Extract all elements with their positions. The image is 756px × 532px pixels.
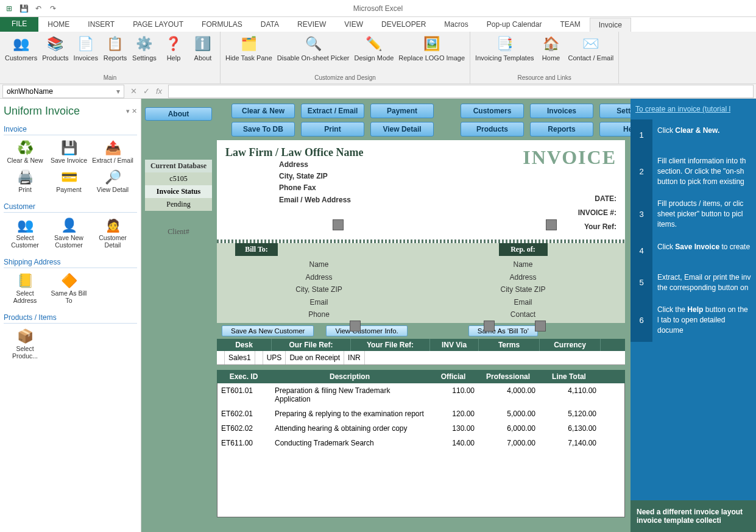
section-invoice: Invoice xyxy=(4,124,137,135)
label-invoice-status: Invoice Status xyxy=(145,185,212,198)
ribbon-replace-logo[interactable]: 🖼️Replace LOGO Image xyxy=(396,33,467,73)
task-pane: Uniform Invoice ▾ ✕ Invoice ♻️Clear & Ne… xyxy=(0,99,141,532)
ribbon-invoices[interactable]: 📄Invoices xyxy=(71,33,101,73)
sheet-reports[interactable]: Reports xyxy=(530,122,593,137)
detail-values[interactable]: Sales1 UPS Due on Receipt INR xyxy=(217,351,625,365)
tab-view[interactable]: VIEW xyxy=(335,17,372,32)
ribbon-disable-picker[interactable]: 🔍Disable On-sheet Picker xyxy=(275,33,352,73)
ribbon-home[interactable]: 🏠Home xyxy=(537,33,566,73)
rep-email[interactable]: Email xyxy=(421,296,625,308)
report-icon: 📋 xyxy=(105,34,125,54)
tab-macros[interactable]: Macros xyxy=(435,17,477,32)
bill-address[interactable]: Address xyxy=(217,271,421,283)
worksheet[interactable]: About Clear & New Save To DB Extract / E… xyxy=(141,99,756,532)
chevron-down-icon[interactable]: ▾ xyxy=(116,87,120,96)
items-body[interactable]: ET601.01Preparation & filing New Tradema… xyxy=(217,383,625,517)
tp-save-invoice[interactable]: 💾Save Invoice xyxy=(48,138,90,166)
tp-select-customer[interactable]: 👥Select Customer xyxy=(4,215,46,250)
save-icon[interactable]: 💾 xyxy=(18,3,29,14)
tab-formulas[interactable]: FORMULAS xyxy=(193,17,252,32)
rep-city[interactable]: City State ZIP xyxy=(421,283,625,296)
sheet-print[interactable]: Print xyxy=(301,122,364,137)
tp-customer-detail[interactable]: 🙍Customer Detail xyxy=(91,215,134,250)
tab-developer[interactable]: DEVELOPER xyxy=(372,17,435,32)
ribbon-reports[interactable]: 📋Reports xyxy=(101,33,130,73)
tp-save-new-customer[interactable]: 👤Save New Customer xyxy=(48,215,90,250)
sheet-save-db[interactable]: Save To DB xyxy=(231,122,295,137)
rep-address[interactable]: Address xyxy=(421,271,625,283)
ribbon-products[interactable]: 📚Products xyxy=(40,33,71,73)
step-text: Fill client information into th section.… xyxy=(652,150,756,193)
bill-name[interactable]: Name xyxy=(217,258,421,271)
detail-icon: 🔎 xyxy=(103,169,122,186)
enter-icon[interactable]: ✓ xyxy=(143,87,150,96)
value-current-db: c5105 xyxy=(145,172,212,185)
ribbon-design-mode[interactable]: ✏️Design Mode xyxy=(352,33,396,73)
tab-invoice[interactable]: Invoice xyxy=(590,18,631,32)
ribbon-help[interactable]: ❓Help xyxy=(159,33,188,73)
tab-popup-calendar[interactable]: Pop-up Calendar xyxy=(478,17,551,32)
tab-data[interactable]: DATA xyxy=(252,17,288,32)
ribbon-about[interactable]: ℹ️About xyxy=(188,33,217,73)
rep-contact[interactable]: Contact xyxy=(421,308,625,321)
title-bar: ⊞ 💾 ↶ ↷ Microsoft Excel xyxy=(0,0,756,17)
name-box[interactable]: oknWhoName▾ xyxy=(2,85,124,98)
tp-print[interactable]: 🖨️Print xyxy=(4,167,46,195)
tp-select-address[interactable]: 📒Select Address xyxy=(4,271,46,306)
tutorial-step: 2Fill client information into th section… xyxy=(631,150,756,193)
label-current-db: Current Database xyxy=(145,160,212,172)
tp-clear-new[interactable]: ♻️Clear & New xyxy=(4,138,46,166)
cancel-icon[interactable]: ✕ xyxy=(130,87,137,96)
label-invoice-num: INVOICE #: xyxy=(523,206,616,220)
sheet-about-button[interactable]: About xyxy=(145,107,212,121)
same-as-bill-button[interactable]: Same As 'Bill To' xyxy=(468,325,538,336)
sheet-invoices[interactable]: Invoices xyxy=(530,104,593,118)
rep-name[interactable]: Name xyxy=(421,258,625,271)
item-row: ET611.00Conducting Trademark Search140.0… xyxy=(217,436,624,450)
view-customer-info-button[interactable]: View Customer Info. xyxy=(326,325,407,336)
tp-payment[interactable]: 💳Payment xyxy=(48,167,90,195)
tp-same-as-bill[interactable]: 🔶Same As Bill To xyxy=(48,271,90,306)
tab-pagelayout[interactable]: PAGE LAYOUT xyxy=(124,17,193,32)
redo-icon[interactable]: ↷ xyxy=(48,3,58,14)
tp-select-product[interactable]: 📦Select Produc... xyxy=(4,326,46,361)
pin-icon[interactable]: ▾ xyxy=(126,107,130,115)
ribbon-customers[interactable]: 👥Customers xyxy=(2,33,40,73)
save-new-customer-button[interactable]: Save As New Customer xyxy=(222,325,314,336)
ribbon-settings[interactable]: ⚙️Settings xyxy=(130,33,159,73)
drag-handle[interactable] xyxy=(535,321,546,332)
drag-handle[interactable] xyxy=(484,321,495,332)
tab-file[interactable]: FILE xyxy=(0,16,38,32)
drag-handle[interactable] xyxy=(333,219,344,230)
sheet-customers[interactable]: Customers xyxy=(461,104,524,118)
tab-home[interactable]: HOME xyxy=(38,17,79,32)
tutorial-link[interactable]: To create an invoice (tutorial l xyxy=(631,99,756,119)
tp-extract-email[interactable]: 📤Extract / Email xyxy=(91,138,134,166)
bill-phone[interactable]: Phone xyxy=(217,308,421,321)
undo-icon[interactable]: ↶ xyxy=(33,3,44,14)
gear-icon: ⚙️ xyxy=(135,34,154,54)
template-icon: 📑 xyxy=(495,34,514,54)
tutorial-step: 6Click the Help button on the l tab to o… xyxy=(631,299,756,341)
tp-view-detail[interactable]: 🔎View Detail xyxy=(91,167,134,195)
ribbon-contact[interactable]: ✉️Contact / Email xyxy=(566,33,616,73)
bill-city[interactable]: City, State ZIP xyxy=(217,283,421,296)
tab-review[interactable]: REVIEW xyxy=(288,17,335,32)
sheet-extract-email[interactable]: Extract / Email xyxy=(301,104,364,118)
item-row: ET602.02Attending hearing & obtaining or… xyxy=(217,421,624,436)
ribbon-hide-taskpane[interactable]: 🗂️Hide Task Pane xyxy=(223,33,275,73)
drag-handle[interactable] xyxy=(546,219,557,230)
sheet-payment[interactable]: Payment xyxy=(370,104,434,118)
drag-handle[interactable] xyxy=(350,321,361,332)
close-icon[interactable]: ✕ xyxy=(132,107,137,115)
tutorial-footer: Need a different invoice layout invoice … xyxy=(631,500,756,532)
sheet-view-detail[interactable]: View Detail xyxy=(370,122,434,137)
sheet-products[interactable]: Products xyxy=(461,122,524,137)
fx-icon[interactable]: fx xyxy=(156,87,162,96)
bill-email[interactable]: Email xyxy=(217,296,421,308)
tab-team[interactable]: TEAM xyxy=(551,17,589,32)
tab-insert[interactable]: INSERT xyxy=(79,17,124,32)
formula-input[interactable] xyxy=(168,85,754,98)
sheet-clear-new[interactable]: Clear & New xyxy=(231,104,295,118)
ribbon-templates[interactable]: 📑Invoicing Templates xyxy=(473,33,536,73)
